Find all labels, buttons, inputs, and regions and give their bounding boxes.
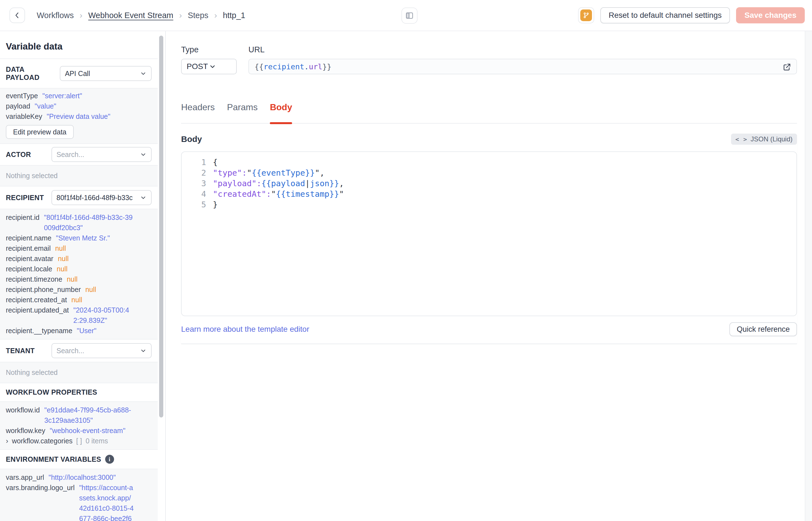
main-scrollbar-track[interactable] xyxy=(805,31,812,521)
actor-empty-state: Nothing selected xyxy=(0,165,158,186)
code-token: " xyxy=(271,189,276,199)
body-code-editor[interactable]: 1{2"type": "{{eventType}}",3"payload": {… xyxy=(181,152,797,316)
code-token: } xyxy=(213,199,217,210)
code-token: : xyxy=(266,189,271,199)
variable-row: eventType"server:alert" xyxy=(6,91,134,101)
git-branch-icon xyxy=(580,9,592,21)
panel-layout-icon xyxy=(405,12,414,20)
code-token: , xyxy=(339,178,344,189)
data-payload-row: DATA PAYLOAD API Call xyxy=(0,59,158,88)
variable-data-sidebar: Variable data DATA PAYLOAD API Call even… xyxy=(0,31,166,521)
code-token: : xyxy=(257,178,261,189)
breadcrumb-separator: › xyxy=(214,10,217,20)
url-label: URL xyxy=(248,45,797,54)
workflow-categories-bracket: [ ] xyxy=(76,436,82,446)
variable-key: recipient.created_at xyxy=(6,295,67,305)
type-label: Type xyxy=(181,45,237,54)
format-badge-label: JSON (Liquid) xyxy=(750,135,792,143)
variable-key: recipient.email xyxy=(6,243,51,253)
tenant-search-placeholder: Search... xyxy=(56,347,134,355)
actor-search-select[interactable]: Search... xyxy=(51,147,151,162)
variable-row: recipient.avatarnull xyxy=(6,253,134,264)
variable-value: "http://localhost:3000" xyxy=(49,472,116,482)
variable-row: recipient.created_atnull xyxy=(6,295,134,305)
recipient-row: RECIPIENT 80f1f4bf-166d-48f9-b33c xyxy=(0,186,158,209)
variable-value: null xyxy=(57,264,68,274)
chevron-down-icon xyxy=(137,194,147,201)
breadcrumb-separator: › xyxy=(79,10,82,20)
workflow-categories-row[interactable]: › workflow.categories [ ] 0 items xyxy=(6,436,134,446)
toggle-sidebar-button[interactable] xyxy=(401,7,417,24)
variable-key: variableKey xyxy=(6,111,42,121)
editor-footer: Learn more about the template editor Qui… xyxy=(181,316,797,343)
variable-key: recipient.updated_at xyxy=(6,305,69,325)
variable-key: recipient.avatar xyxy=(6,253,53,264)
tab-body[interactable]: Body xyxy=(270,102,292,123)
actor-search-placeholder: Search... xyxy=(56,151,134,159)
code-token: | xyxy=(305,178,310,189)
variable-key: workflow.key xyxy=(6,426,45,436)
url-input[interactable]: {{recipient.url}} xyxy=(248,59,797,74)
line-number: 5 xyxy=(182,199,206,210)
variable-key: recipient.name xyxy=(6,233,51,243)
variable-value: "value" xyxy=(35,101,56,111)
code-token: {{eventType}} xyxy=(252,167,315,178)
quick-reference-button[interactable]: Quick reference xyxy=(730,322,797,336)
tenant-label: TENANT xyxy=(6,347,35,355)
url-token: {{ xyxy=(255,62,264,71)
breadcrumb-item[interactable]: Steps xyxy=(188,11,208,20)
line-number: 4 xyxy=(182,189,206,199)
breadcrumb: Workflows›Webhook Event Stream›Steps›htt… xyxy=(37,10,245,20)
format-badge[interactable]: < > JSON (Liquid) xyxy=(731,134,797,145)
variable-value: "Preview data value" xyxy=(47,111,111,121)
sidebar-title: Variable data xyxy=(0,31,158,59)
back-button[interactable] xyxy=(9,7,25,23)
edit-preview-data-button[interactable]: Edit preview data xyxy=(6,125,74,139)
code-icon: < > xyxy=(736,136,747,143)
actor-label: ACTOR xyxy=(6,151,31,159)
chevron-left-icon xyxy=(14,12,21,19)
breadcrumb-item[interactable]: Workflows xyxy=(37,11,74,20)
variable-row: workflow.key"webhook-event-stream" xyxy=(6,426,134,436)
tab-headers[interactable]: Headers xyxy=(181,102,215,123)
open-external-button[interactable] xyxy=(781,62,792,73)
template-editor-docs-link[interactable]: Learn more about the template editor xyxy=(181,325,309,334)
variable-row: payload"value" xyxy=(6,101,134,111)
env-fields: vars.app_url"http://localhost:3000"vars.… xyxy=(0,469,158,521)
breadcrumb-item[interactable]: Webhook Event Stream xyxy=(88,11,173,20)
url-token: recipient xyxy=(264,62,304,71)
variable-key: vars.branding.logo_url xyxy=(6,482,75,521)
code-line: 4"createdAt": "{{timestamp}}" xyxy=(182,189,796,199)
save-changes-button[interactable]: Save changes xyxy=(736,7,805,23)
url-field-col: URL {{recipient.url}} xyxy=(248,45,797,74)
code-token: "createdAt" xyxy=(213,189,266,199)
code-token: { xyxy=(213,157,217,167)
data-payload-label: DATA PAYLOAD xyxy=(6,65,60,82)
info-icon[interactable]: i xyxy=(105,455,114,464)
sidebar-scrollbar[interactable] xyxy=(159,36,163,417)
reset-to-default-button[interactable]: Reset to default channel settings xyxy=(600,7,730,23)
tenant-search-select[interactable]: Search... xyxy=(51,343,151,358)
version-control-button[interactable] xyxy=(578,7,594,23)
actor-row: ACTOR Search... xyxy=(0,144,158,165)
workflow-fields: workflow.id"e91ddae4-7f99-45cb-a688-3c12… xyxy=(6,405,134,436)
code-line: 1{ xyxy=(182,157,796,167)
http-method-select[interactable]: POST xyxy=(181,59,237,74)
line-number: 2 xyxy=(182,167,206,178)
variable-key: recipient.phone_number xyxy=(6,285,81,295)
data-payload-select[interactable]: API Call xyxy=(60,66,151,81)
line-number: 1 xyxy=(182,157,206,167)
variable-row: recipient.id"80f1f4bf-166d-48f9-b33c-390… xyxy=(6,212,134,233)
tab-params[interactable]: Params xyxy=(227,102,258,123)
variable-row: recipient.localenull xyxy=(6,264,134,274)
variable-row: vars.app_url"http://localhost:3000" xyxy=(6,472,134,482)
variable-value: null xyxy=(58,253,69,264)
variable-value: "Steven Metz Sr." xyxy=(56,233,110,243)
variable-value: "2024-03-05T00:42:29.839Z" xyxy=(73,305,134,325)
tenant-empty-state: Nothing selected xyxy=(0,362,158,383)
code-token: " xyxy=(247,167,252,178)
data-payload-selected-value: API Call xyxy=(65,70,134,78)
recipient-select[interactable]: 80f1f4bf-166d-48f9-b33c xyxy=(51,190,151,205)
workflow-properties-label: WORKFLOW PROPERTIES xyxy=(6,388,97,396)
variable-row: recipient.name"Steven Metz Sr." xyxy=(6,233,134,243)
